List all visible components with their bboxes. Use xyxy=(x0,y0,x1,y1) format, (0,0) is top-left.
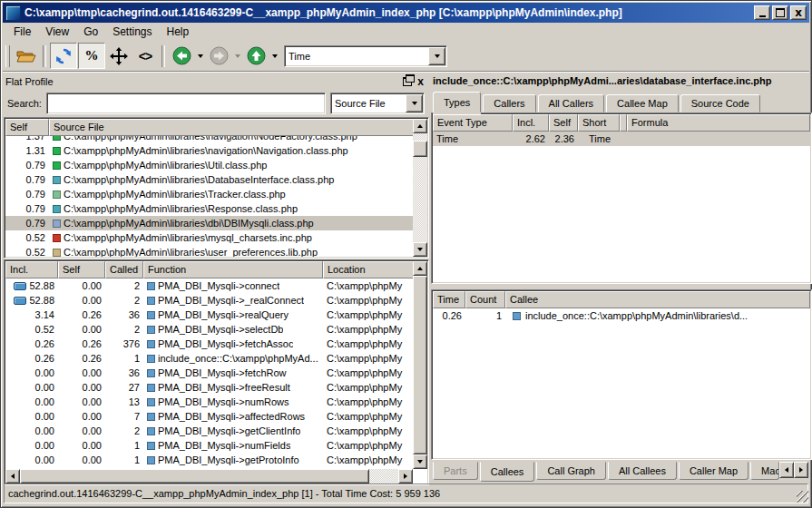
event-type-combo[interactable]: Time xyxy=(284,45,447,67)
scrollbar-track[interactable] xyxy=(20,469,398,484)
scroll-left-button[interactable] xyxy=(5,469,20,484)
function-icon xyxy=(147,442,155,450)
scrollbar-thumb[interactable] xyxy=(413,141,427,157)
column-header-time[interactable]: Time xyxy=(433,291,465,308)
column-header-spacer[interactable] xyxy=(620,114,627,132)
callee-row[interactable]: 0.26 1 include_once::C:\xampp\phpMyAdmin… xyxy=(433,308,810,323)
column-header-function[interactable]: Function xyxy=(143,261,323,278)
function-row[interactable]: 0.00 0.00 2 PMA_DBI_Mysqli->getClientInf… xyxy=(5,424,413,438)
function-row[interactable]: 0.00 0.00 13 PMA_DBI_Mysqli->numRows C:\… xyxy=(5,395,413,409)
minimize-button[interactable] xyxy=(754,5,770,20)
called-count-cell: 36 xyxy=(105,309,143,320)
function-row[interactable]: 3.14 0.26 36 PMA_DBI_Mysqli->realQuery C… xyxy=(5,308,413,322)
back-dropdown[interactable] xyxy=(195,44,205,68)
scrollbar-track[interactable] xyxy=(413,133,427,242)
source-file-row[interactable]: 0.79 C:\xampp\phpMyAdmin\libraries\dbi\D… xyxy=(5,216,413,230)
search-input[interactable] xyxy=(46,93,326,114)
tab-source-code[interactable]: Source Code xyxy=(680,94,760,112)
source-file-row[interactable]: 0.52 C:\xampp\phpMyAdmin\libraries\mysql… xyxy=(5,230,413,245)
column-header-callee[interactable]: Callee xyxy=(505,291,810,308)
tab-all-callers[interactable]: All Callers xyxy=(538,94,605,112)
scroll-up-button[interactable] xyxy=(413,261,427,276)
source-file-row[interactable]: 0.79 C:\xampp\phpMyAdmin\libraries\Datab… xyxy=(5,172,413,187)
function-row[interactable]: 52.88 0.00 2 PMA_DBI_Mysqli->_realConnec… xyxy=(5,293,413,308)
up-dropdown[interactable] xyxy=(269,44,279,68)
tab-call-graph[interactable]: Call Graph xyxy=(536,462,606,480)
tab-callees[interactable]: Callees xyxy=(480,462,535,482)
source-file-row[interactable]: 1.37 C:\xampp\phpMyAdmin\libraries\navig… xyxy=(5,136,413,143)
tab-callee-map[interactable]: Callee Map xyxy=(606,94,679,112)
column-header-location[interactable]: Location xyxy=(323,261,427,278)
open-file-button[interactable] xyxy=(14,44,39,68)
vertical-scrollbar[interactable] xyxy=(413,119,427,257)
source-file-row[interactable]: 0.79 C:\xampp\phpMyAdmin\libraries\Track… xyxy=(5,187,413,201)
scrollbar-track[interactable] xyxy=(413,276,427,454)
menu-help[interactable]: Help xyxy=(160,24,197,40)
menu-go[interactable]: Go xyxy=(76,24,105,40)
chevron-down-icon xyxy=(198,54,203,58)
title-bar[interactable]: C:\xampp\tmp\cachegrind.out.1416463299-C… xyxy=(3,3,809,23)
combo-arrow-button[interactable] xyxy=(406,94,423,112)
close-button[interactable]: x xyxy=(790,5,807,20)
column-header-called[interactable]: Called xyxy=(105,261,143,278)
source-file-row[interactable]: 0.52 C:\xampp\phpMyAdmin\libraries\user_… xyxy=(5,245,413,257)
scrollbar-thumb[interactable] xyxy=(413,276,427,454)
column-header-source-file[interactable]: Source File xyxy=(49,119,427,136)
relative-percent-button[interactable]: % xyxy=(78,43,105,69)
column-header-self[interactable]: Self xyxy=(58,261,105,278)
relative-to-parent-button[interactable]: <> xyxy=(132,44,158,68)
column-header-self[interactable]: Self xyxy=(549,114,578,132)
grouping-combo[interactable]: Source File xyxy=(330,93,425,114)
function-row[interactable]: 0.00 0.00 1 PMA_DBI_Mysqli->getProtoInfo… xyxy=(5,453,413,467)
move-dock-button[interactable] xyxy=(106,44,132,68)
vertical-scrollbar[interactable] xyxy=(413,261,427,469)
function-row[interactable]: 0.00 0.00 1 PMA_DBI_Mysqli->numFields C:… xyxy=(5,438,413,453)
resize-grip[interactable] xyxy=(797,491,808,503)
scroll-down-button[interactable] xyxy=(413,242,427,257)
scroll-right-button[interactable] xyxy=(398,469,413,484)
tab-machine-code[interactable]: Machine xyxy=(750,462,779,480)
menu-file[interactable]: File xyxy=(6,24,38,40)
column-header-incl[interactable]: Incl. xyxy=(513,114,549,132)
combo-arrow-button[interactable] xyxy=(428,47,445,65)
tab-scroll-right-button[interactable] xyxy=(794,462,808,478)
toolbar-handle[interactable] xyxy=(5,45,10,67)
horizontal-scrollbar[interactable] xyxy=(5,469,413,484)
function-row[interactable]: 0.26 0.26 1 include_once::C:\xampp\phpMy… xyxy=(5,351,413,366)
scrollbar-thumb[interactable] xyxy=(20,469,369,484)
menu-view[interactable]: View xyxy=(38,24,76,40)
column-header-incl[interactable]: Incl. xyxy=(5,261,58,278)
up-button[interactable] xyxy=(243,44,269,68)
column-header-count[interactable]: Count xyxy=(465,291,505,308)
tab-caller-map[interactable]: Caller Map xyxy=(679,462,748,480)
function-row[interactable]: 0.00 0.00 36 PMA_DBI_Mysqli->fetchRow C:… xyxy=(5,366,413,380)
column-header-short[interactable]: Short xyxy=(578,114,620,132)
cycle-detection-button[interactable] xyxy=(50,43,77,69)
function-row[interactable]: 0.26 0.26 376 PMA_DBI_Mysqli->fetchAssoc… xyxy=(5,337,413,351)
scroll-down-button[interactable] xyxy=(413,454,427,469)
tab-callers[interactable]: Callers xyxy=(483,94,535,112)
column-header-event-type[interactable]: Event Type xyxy=(433,114,513,132)
function-row[interactable]: 0.00 0.00 7 PMA_DBI_Mysqli->affectedRows… xyxy=(5,409,413,424)
back-button[interactable] xyxy=(169,44,194,68)
forward-dropdown xyxy=(232,44,242,68)
source-file-row[interactable]: 0.79 C:\xampp\phpMyAdmin\libraries\Util.… xyxy=(5,158,413,172)
function-row[interactable]: 0.52 0.00 2 PMA_DBI_Mysqli->selectDb C:\… xyxy=(5,322,413,337)
source-file-row[interactable]: 1.31 C:\xampp\phpMyAdmin\libraries\navig… xyxy=(5,143,413,158)
tab-all-callees[interactable]: All Callees xyxy=(608,462,677,480)
column-header-formula[interactable]: Formula xyxy=(627,114,810,132)
function-row[interactable]: 0.00 0.00 27 PMA_DBI_Mysqli->freeResult … xyxy=(5,380,413,395)
flat-profile-titlebar[interactable]: Flat Profile x xyxy=(4,73,427,89)
column-header-self[interactable]: Self xyxy=(5,119,49,136)
dock-close-icon[interactable]: x xyxy=(417,77,424,86)
function-row[interactable]: 52.88 0.00 2 PMA_DBI_Mysqli->connect C:\… xyxy=(5,278,413,293)
menu-settings[interactable]: Settings xyxy=(105,24,159,40)
maximize-button[interactable] xyxy=(772,5,788,20)
source-file-row[interactable]: 0.79 C:\xampp\phpMyAdmin\libraries\Respo… xyxy=(5,201,413,216)
scroll-up-button[interactable] xyxy=(413,119,427,133)
forward-button[interactable] xyxy=(206,44,231,68)
event-type-row[interactable]: Time 2.62 2.36 Time xyxy=(433,132,810,146)
dock-float-icon[interactable] xyxy=(403,77,412,86)
tab-scroll-left-button[interactable] xyxy=(779,462,794,478)
tab-types[interactable]: Types xyxy=(433,92,481,112)
